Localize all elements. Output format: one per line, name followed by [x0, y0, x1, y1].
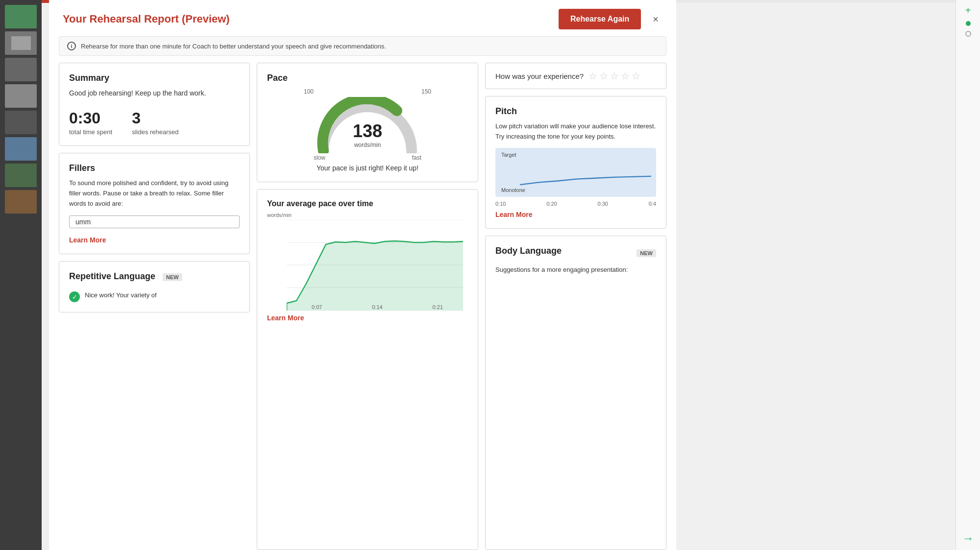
time-value: 0:30: [69, 109, 112, 127]
close-button[interactable]: ×: [649, 12, 662, 27]
time-stat: 0:30 total time spent: [69, 109, 112, 136]
repetitive-new-badge: NEW: [163, 273, 182, 281]
gauge-slow-label: slow: [314, 154, 325, 161]
summary-title: Summary: [69, 73, 240, 83]
pitch-time-2: 0:20: [546, 201, 557, 207]
check-icon: ✓: [69, 291, 80, 302]
star-1[interactable]: ☆: [588, 70, 597, 82]
left-column: Summary Good job rehearsing! Keep up the…: [59, 63, 250, 550]
summary-stats: 0:30 total time spent 3 slides rehearsed: [69, 109, 240, 136]
pitch-time-labels: 0:10 0:20 0:30 0:4: [495, 201, 656, 207]
nav-arrow-right[interactable]: →: [962, 531, 974, 545]
summary-card: Summary Good job rehearsing! Keep up the…: [59, 63, 250, 146]
nav-dot: [966, 21, 971, 26]
header-actions: Rehearse Again ×: [559, 9, 662, 29]
slide-thumb-5[interactable]: [5, 111, 37, 134]
pitch-description: Low pitch variation will make your audie…: [495, 121, 656, 142]
pace-learn-more-link[interactable]: Learn More: [267, 314, 468, 322]
pace-time-card: Your average pace over time words/min 20…: [257, 189, 478, 550]
star-5[interactable]: ☆: [632, 70, 640, 82]
experience-label: How was your experience?: [495, 72, 584, 80]
repetitive-card: Repetitive Language NEW ✓ Nice work! You…: [59, 261, 250, 312]
star-4[interactable]: ☆: [621, 70, 630, 82]
middle-column: Pace 100 150 138: [257, 63, 478, 550]
gauge-svg-wrapper: 138 words/min: [314, 97, 421, 153]
chart-y-axis-label: words/min: [267, 212, 292, 218]
pitch-learn-more-link[interactable]: Learn More: [495, 211, 656, 218]
slide-thumb-4[interactable]: [5, 84, 37, 108]
x-label-3: 0:21: [433, 304, 443, 310]
gauge-unit: words/min: [314, 142, 421, 148]
slide-thumb-1[interactable]: [5, 5, 37, 28]
pace-title: Pace: [267, 73, 468, 83]
pitch-chart: Target Monotone: [495, 148, 656, 197]
body-language-card: Body Language NEW Suggestions for a more…: [485, 236, 666, 550]
info-text: Rehearse for more than one minute for Co…: [81, 43, 386, 50]
slide-thumb-7[interactable]: [5, 164, 37, 187]
rehearse-again-button[interactable]: Rehearse Again: [559, 9, 641, 29]
experience-card: How was your experience? ☆ ☆ ☆ ☆ ☆: [485, 63, 666, 89]
slide-thumb-6[interactable]: [5, 137, 37, 161]
pace-feedback: Your pace is just right! Keep it up!: [267, 164, 468, 172]
summary-description: Good job rehearsing! Keep up the hard wo…: [69, 88, 240, 98]
repetitive-content: ✓ Nice work! Your variety of: [69, 290, 240, 302]
pace-chart-container: words/min 200 150 100 50: [267, 212, 468, 310]
fillers-learn-more-link[interactable]: Learn More: [69, 236, 240, 244]
pitch-time-1: 0:10: [495, 201, 506, 207]
slide-thumb-8[interactable]: [5, 190, 37, 214]
gauge-fast-label: fast: [412, 154, 421, 161]
info-icon: i: [67, 42, 76, 50]
pitch-time-3: 0:30: [597, 201, 608, 207]
pace-card: Pace 100 150 138: [257, 63, 478, 182]
right-navigation: + →: [956, 0, 980, 550]
repetitive-title: Repetitive Language NEW: [69, 271, 240, 282]
pitch-target-label: Target: [501, 152, 516, 158]
fillers-card: Fillers To sound more polished and confi…: [59, 153, 250, 254]
pace-chart-svg: 200 150 100 50 0: [287, 220, 463, 311]
rehearsal-report-modal: Your Rehearsal Report (Preview) Rehearse…: [49, 0, 676, 550]
repetitive-description: Nice work! Your variety of: [85, 290, 157, 300]
pitch-chart-svg: [520, 156, 651, 195]
chart-x-labels: 0:07 0:14 0:21: [287, 304, 468, 310]
star-3[interactable]: ☆: [610, 70, 619, 82]
gauge-number: 138: [353, 121, 382, 141]
gauge-slow-fast-labels: slow fast: [314, 154, 421, 161]
x-label-1: 0:07: [312, 304, 322, 310]
modal-header: Your Rehearsal Report (Preview) Rehearse…: [49, 0, 676, 36]
slides-stat: 3 slides rehearsed: [132, 109, 178, 136]
body-language-new-badge: NEW: [637, 249, 656, 257]
x-label-2: 0:14: [372, 304, 382, 310]
cards-area: Summary Good job rehearsing! Keep up the…: [49, 63, 676, 550]
slide-thumb-2[interactable]: [5, 31, 37, 55]
svg-marker-10: [287, 241, 463, 311]
pitch-time-4: 0:4: [649, 201, 656, 207]
gauge-top-labels: 100 150: [304, 88, 431, 95]
gauge-container: 100 150 138 words/min: [267, 88, 468, 161]
star-2[interactable]: ☆: [599, 70, 608, 82]
info-banner: i Rehearse for more than one minute for …: [59, 36, 666, 56]
nav-plus-icon[interactable]: +: [965, 5, 971, 16]
fillers-title: Fillers: [69, 163, 240, 173]
gauge-label-150: 150: [421, 88, 431, 95]
slide-thumb-3[interactable]: [5, 58, 37, 81]
body-language-description: Suggestions for a more engaging presenta…: [495, 265, 656, 275]
slide-panel: [0, 0, 42, 550]
fillers-description: To sound more polished and confident, tr…: [69, 178, 240, 209]
modal-title: Your Rehearsal Report (Preview): [63, 13, 230, 25]
gauge-label-100: 100: [304, 88, 314, 95]
time-label: total time spent: [69, 128, 112, 136]
slides-value: 3: [132, 109, 178, 127]
body-title-row: Body Language NEW: [495, 246, 656, 261]
pace-time-title: Your average pace over time: [267, 199, 468, 208]
pitch-title: Pitch: [495, 106, 656, 117]
nav-circle: [965, 31, 971, 37]
star-rating[interactable]: ☆ ☆ ☆ ☆ ☆: [588, 70, 640, 82]
body-language-title: Body Language: [495, 246, 562, 256]
slides-label: slides rehearsed: [132, 128, 178, 136]
pitch-card: Pitch Low pitch variation will make your…: [485, 96, 666, 229]
right-column: How was your experience? ☆ ☆ ☆ ☆ ☆ Pitch…: [485, 63, 666, 550]
gauge-value: 138 words/min: [314, 121, 421, 148]
filler-word-umm: umm: [69, 215, 240, 228]
